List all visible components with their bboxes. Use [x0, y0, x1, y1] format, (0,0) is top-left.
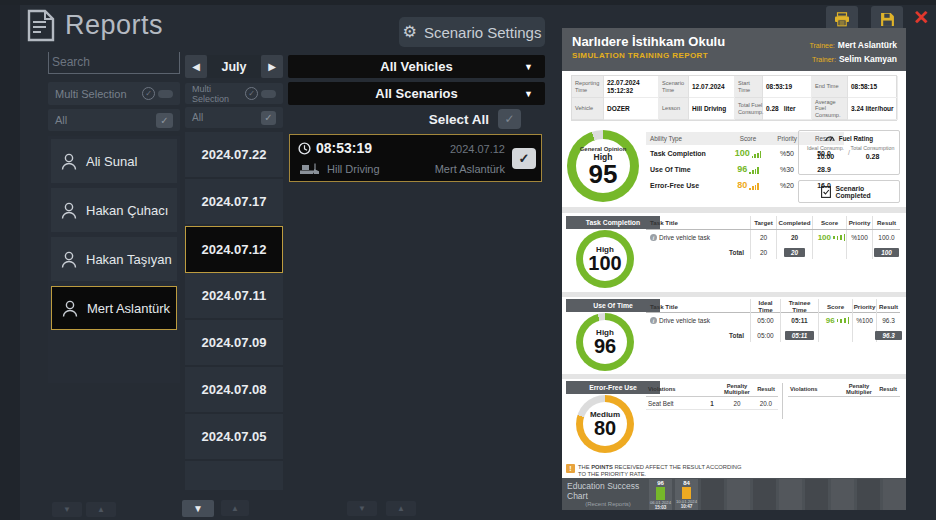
check-circle-icon: ✓: [142, 87, 155, 100]
chart-empty-slot: [805, 479, 828, 510]
trainee-item[interactable]: Hakan Taşıyan: [51, 237, 177, 281]
trainee-multi-selection-toggle[interactable]: ✓: [142, 87, 173, 100]
report-people: Trainee:Mert Aslantürk Trainer:Selim Kam…: [809, 37, 897, 66]
info-value: Hill Driving: [689, 98, 735, 120]
scenario-settings-button[interactable]: ⚙ Scenario Settings: [399, 17, 545, 47]
info-icon: i: [650, 317, 657, 324]
info-label: End Time: [812, 76, 848, 98]
session-trainee: Mert Aslantürk: [435, 163, 505, 175]
scenarios-filter-dropdown[interactable]: All Scenarios ▼: [288, 82, 545, 105]
previous-month-button[interactable]: ◀: [185, 55, 207, 78]
trainee-multi-selection-row: Multi Selection ✓: [48, 82, 180, 105]
priority-note: ! THE POINTS RECEIVED AFFECT THE RESULT …: [566, 464, 766, 478]
education-success-chart: Education Success Chart (Recent Reports)…: [562, 478, 906, 510]
month-label: July: [207, 55, 261, 78]
chart-bar: [656, 487, 665, 500]
info-label: Vehicle: [572, 98, 604, 120]
date-item[interactable]: 2024.07.08: [185, 367, 283, 414]
date-multi-selection-toggle[interactable]: ✓: [245, 87, 276, 100]
chevron-up-icon: ▲: [97, 505, 105, 514]
signal-bars-icon: [837, 313, 849, 328]
page-title: Reports: [65, 10, 163, 41]
page-title-group: Reports: [27, 9, 163, 42]
gear-icon: ⚙: [403, 24, 417, 40]
session-scroll-down-button[interactable]: ▼: [347, 501, 377, 516]
info-label: Total Fuel Consump.: [735, 98, 763, 120]
date-scroll-up-button[interactable]: ▲: [221, 500, 249, 516]
date-item[interactable]: 2024.07.09: [185, 320, 283, 367]
check-circle-icon: ✓: [245, 87, 258, 100]
close-icon: ✕: [913, 6, 929, 29]
session-scroll-up-button[interactable]: ▲: [386, 501, 416, 516]
trainee-all-checkbox[interactable]: ✓: [156, 113, 173, 128]
time-row: iDrive vehicle task 05:00 05:11 96 %100 …: [646, 313, 900, 328]
fuel-rating-title: Fuel Rating: [839, 135, 873, 142]
select-all-label: Select All: [429, 112, 489, 127]
date-item[interactable]: 2024.07.11: [185, 273, 283, 320]
date-item[interactable]: 2024.07.22: [185, 132, 283, 179]
check-icon: ✓: [504, 112, 514, 126]
close-button[interactable]: ✕: [908, 5, 934, 29]
vehicles-filter-dropdown[interactable]: All Vehicles ▼: [288, 55, 545, 78]
document-check-icon: [821, 186, 831, 198]
trainee-scroll-up-button[interactable]: ▲: [86, 502, 116, 517]
info-value: 12.07.2024: [689, 76, 735, 98]
date-all-checkbox[interactable]: ✓: [261, 111, 276, 125]
chevron-right-icon: ▶: [268, 61, 276, 72]
task-total-row: Total 20 20 100: [646, 245, 900, 259]
chevron-down-icon: ▼: [63, 505, 71, 514]
trainee-name: Ali Sunal: [86, 154, 137, 169]
floppy-save-icon: [880, 12, 895, 27]
vehicles-filter-value: All Vehicles: [380, 59, 452, 74]
session-checkbox[interactable]: ✓: [512, 148, 536, 169]
search-input[interactable]: [49, 52, 179, 72]
scenario-completed-label: Scenario Completed: [836, 185, 878, 199]
signal-bars-icon: [833, 230, 845, 245]
chart-subtitle: (Recent Reports): [585, 501, 631, 507]
report-header: Narlıdere İstihkam Okulu SIMULATION TRAI…: [562, 28, 906, 71]
violations-table: Violations Penalty Multiplier Result Sea…: [646, 381, 778, 410]
printer-icon: [834, 12, 850, 27]
session-info-table: Reporting Time 22.07.2024 15:12:32 Scena…: [571, 75, 897, 121]
chart-bar: [682, 487, 691, 499]
all-label: All: [55, 114, 67, 126]
time-total-row: Total 05:00 05:11 96.3: [646, 328, 900, 342]
trainee-name: Mert Aslantürk: [87, 301, 170, 316]
info-label: Start Time: [735, 76, 763, 98]
date-item[interactable]: 2024.07.05: [185, 414, 283, 461]
use-of-time-gauge: High 96: [576, 313, 634, 371]
chevron-down-icon: ▼: [524, 89, 533, 99]
school-name: Narlıdere İstihkam Okulu: [572, 34, 725, 49]
next-month-button[interactable]: ▶: [261, 55, 283, 78]
session-card[interactable]: 08:53:19 2024.07.12 Hill Driving Mert As…: [289, 134, 542, 182]
fuel-gauge-icon: [825, 134, 835, 142]
gauge-score: 95: [589, 162, 618, 186]
task-row: iDrive vehicle task 20 20 100 %100 100.0: [646, 230, 900, 245]
chevron-down-icon: ▼: [193, 503, 203, 514]
chart-bar-slot: 96 06.01.2024 15:03: [649, 479, 672, 510]
info-value: 08:53:19: [763, 76, 812, 98]
date-item-selected[interactable]: 2024.07.12: [185, 226, 283, 273]
trainee-all-row: All ✓: [48, 109, 180, 131]
date-list: 2024.07.22 2024.07.17 2024.07.12 2024.07…: [185, 132, 283, 490]
trainee-item[interactable]: Ali Sunal: [51, 139, 177, 183]
person-icon: [60, 152, 78, 171]
fuel-rating-box: Fuel Rating Ideal Consump.10.00 / Total …: [798, 130, 900, 175]
trainee-scroll-down-button[interactable]: ▼: [52, 502, 82, 517]
date-scroll-down-button[interactable]: ▼: [182, 500, 214, 517]
scenarios-filter-value: All Scenarios: [375, 86, 457, 101]
section-divider: [562, 292, 906, 297]
chevron-up-icon: ▲: [397, 504, 405, 513]
trainee-item-selected[interactable]: Mert Aslantürk: [51, 286, 177, 330]
trainee-name: Mert Aslantürk: [838, 40, 897, 50]
report-document-icon: [27, 9, 55, 42]
warning-icon: !: [566, 464, 575, 473]
info-value: 3.24 liter/hour: [848, 98, 898, 120]
date-item[interactable]: 2024.07.17: [185, 179, 283, 226]
person-icon: [60, 201, 78, 220]
table-divider: [782, 383, 783, 419]
trainee-item[interactable]: Hakan Çuhacı: [51, 188, 177, 232]
trainee-label: Trainee:: [809, 42, 834, 49]
general-opinion-gauge: General Opinion High 95: [567, 130, 639, 202]
select-all-checkbox[interactable]: ✓: [498, 109, 521, 129]
